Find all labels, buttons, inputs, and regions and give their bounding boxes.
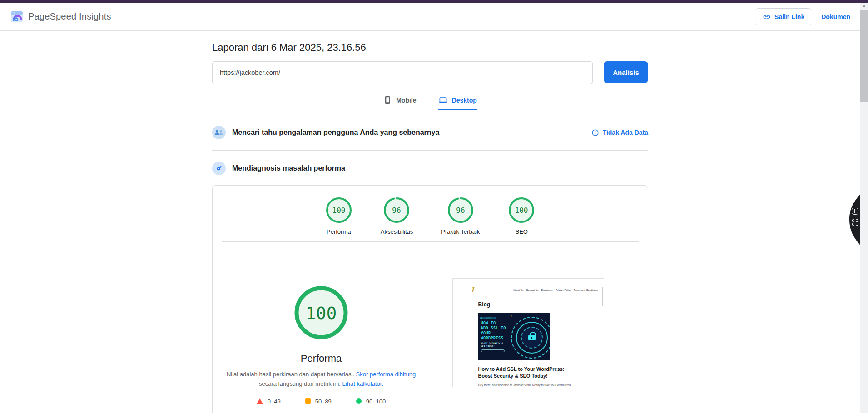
gauge-title: Performa (223, 353, 419, 364)
score-performance[interactable]: 100 Performa (325, 197, 352, 235)
tab-desktop-label: Desktop (452, 97, 477, 104)
blog-heading: Blog (478, 301, 604, 308)
score-calc-link[interactable]: Skor performa dihitung (356, 371, 416, 378)
score-label: SEO (516, 228, 528, 235)
hero-cta-pill (481, 349, 505, 352)
score-summary: 100 Performa 96 Aksesibilitas (213, 186, 648, 235)
field-data-title: Mencari tahu pengalaman pengguna Anda ya… (232, 128, 439, 137)
page-scrollbar[interactable]: ▲ (860, 3, 868, 413)
link-icon (763, 13, 771, 21)
analyze-button[interactable]: Analisis (604, 61, 648, 83)
scroll-up-arrow[interactable]: ▲ (860, 4, 868, 8)
gauge-description: Nilai adalah hasil perkiraan dan dapat b… (223, 370, 419, 389)
svg-text:100: 100 (332, 206, 345, 215)
app-header: PageSpeed Insights Salin Link Dokumen (0, 3, 860, 31)
site-logo: J (471, 286, 475, 294)
svg-text:96: 96 (456, 206, 465, 215)
report-title: Laporan dari 6 Mar 2025, 23.16.56 (212, 42, 648, 54)
extension-widget[interactable] (849, 192, 862, 247)
legend-fail: 0–49 (257, 398, 281, 405)
no-data-status[interactable]: Tidak Ada Data (591, 129, 648, 137)
performance-gauge: 100 (293, 285, 349, 341)
article-hero-image: JACKOBER.COM J HOW TO ADD SSL TO YOUR WO… (478, 313, 550, 360)
users-icon (212, 126, 226, 139)
no-data-label: Tidak Ada Data (603, 129, 648, 136)
score-best-practices[interactable]: 96 Praktik Terbaik (441, 197, 480, 235)
ssl-lock-graphic (511, 317, 550, 359)
legend-average: 50–89 (305, 398, 332, 405)
mobile-icon (383, 96, 392, 104)
svg-text:100: 100 (306, 303, 337, 323)
svg-text:96: 96 (392, 206, 401, 215)
scrollbar-thumb[interactable] (860, 10, 868, 102)
desktop-icon (438, 96, 448, 104)
score-legend: 0–49 50–89 90–100 (223, 398, 419, 405)
report-card: 100 Performa 96 Aksesibilitas (212, 185, 648, 413)
preview-scrollbar (602, 287, 603, 306)
device-tabs: Mobile Desktop (212, 96, 648, 110)
score-accessibility[interactable]: 96 Aksesibilitas (381, 197, 413, 235)
site-nav: About Us Contact Us Disclaimer Privacy P… (513, 289, 598, 291)
calculator-link[interactable]: Lihat kalkulator. (342, 380, 383, 387)
brand[interactable]: PageSpeed Insights (10, 10, 111, 24)
add-icon[interactable] (852, 208, 858, 215)
field-data-section: Mencari tahu pengalaman pengguna Anda ya… (212, 126, 648, 139)
copy-link-label: Salin Link (774, 13, 804, 20)
diagnose-section: Mendiagnosis masalah performa (212, 162, 648, 175)
orange-square-icon (305, 398, 311, 404)
tab-mobile[interactable]: Mobile (383, 96, 416, 110)
pagespeed-logo-icon (10, 10, 24, 24)
page-screenshot-preview[interactable]: J About Us Contact Us Disclaimer Privacy… (452, 278, 604, 387)
tab-desktop[interactable]: Desktop (438, 96, 477, 110)
url-input[interactable] (212, 61, 593, 84)
tab-mobile-label: Mobile (396, 97, 416, 104)
legend-pass: 90–100 (356, 398, 386, 405)
red-triangle-icon (257, 398, 263, 404)
apps-grid-icon[interactable] (852, 219, 858, 226)
score-label: Aksesibilitas (381, 228, 413, 235)
docs-link[interactable]: Dokumen (821, 13, 850, 20)
score-label: Performa (327, 228, 351, 235)
gauge-icon (212, 162, 226, 175)
diagnose-title: Mendiagnosis masalah performa (232, 164, 345, 172)
section-divider (212, 150, 648, 151)
info-icon (591, 129, 599, 137)
score-seo[interactable]: 100 SEO (508, 197, 535, 235)
copy-link-button[interactable]: Salin Link (756, 8, 811, 25)
app-title: PageSpeed Insights (28, 11, 111, 22)
green-circle-icon (356, 398, 362, 404)
svg-text:100: 100 (515, 206, 528, 215)
article-excerpt: Hey there, and welcome to Jackober.com! … (478, 383, 576, 387)
article-title: How to Add SSL to Your WordPress: Boost … (478, 366, 604, 379)
score-label: Praktik Terbaik (441, 228, 480, 235)
padlock-icon (528, 335, 536, 340)
